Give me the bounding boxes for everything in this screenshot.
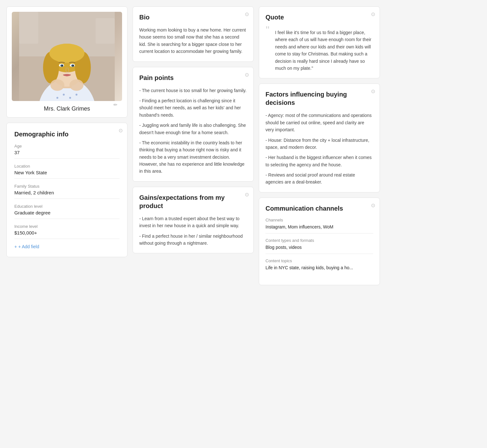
demo-label-education: Education level [14,204,120,209]
pin-icon-comm[interactable]: ⊙ [371,202,375,208]
pin-icon-bio[interactable]: ⊙ [245,11,249,17]
factors-item-1: - House: Distance from the city + local … [265,137,373,151]
add-field-button[interactable]: + + Add field [14,244,120,249]
bio-card: ⊙ Bio Working mom looking to buy a new h… [133,6,254,62]
channel-label-2: Content topics [265,258,373,263]
demo-value-income: $150,000+ [14,230,120,239]
demographics-card: ⊙ Demographic info Age 37 Location New Y… [6,123,127,257]
plus-icon: + [14,244,17,249]
quote-text: I feel like it's time for us to find a b… [275,26,373,72]
quote-mark-icon: " [265,25,270,35]
factors-item-0: - Agency: most of the communications and… [265,112,373,133]
pain-points-card: ⊙ Pain points - The current house is too… [133,67,254,182]
bio-title: Bio [139,13,247,21]
quote-card: ⊙ Quote " I feel like it's time for us t… [259,6,380,78]
svg-point-18 [63,94,65,96]
channel-value-2: Life in NYC state, raising kids, buying … [265,265,373,274]
demo-value-family: Married, 2 children [14,190,120,199]
demo-field-location: Location New York State [14,164,120,179]
gains-card: ⊙ Gains/expectations from my product - L… [133,187,254,254]
factors-card: ⊙ Factors influencing buying decisions -… [259,83,380,192]
pain-item-2: - Juggling work and family life is also … [139,122,247,136]
pin-icon-demo[interactable]: ⊙ [119,127,123,134]
svg-point-15 [50,79,64,91]
svg-point-19 [69,97,71,99]
svg-point-16 [69,79,84,91]
pin-icon-factors[interactable]: ⊙ [371,88,375,94]
svg-point-8 [49,44,84,63]
right-column: ⊙ Quote " I feel like it's time for us t… [259,6,380,285]
demo-label-location: Location [14,164,120,169]
demo-value-location: New York State [14,170,120,179]
channel-section-0: Channels Instagram, Mom influencers, WoM [265,218,373,234]
gains-item-0: - Learn from a trusted expert about the … [139,215,247,229]
profile-name: Mrs. Clark Grimes [12,105,122,112]
gains-body: - Learn from a trusted expert about the … [139,215,247,247]
demo-field-education: Education level Graduate degree [14,204,120,219]
pain-item-1: - Finding a perfect location is challeng… [139,97,247,119]
middle-column: ⊙ Bio Working mom looking to buy a new h… [133,6,254,285]
profile-card: Mrs. Clark Grimes ✏ [6,6,127,118]
pin-icon-pain[interactable]: ⊙ [245,72,249,78]
factors-title: Factors influencing buying decisions [265,90,373,107]
communication-card: ⊙ Communication channels Channels Instag… [259,198,380,285]
quote-title: Quote [265,13,373,21]
svg-rect-21 [19,12,38,44]
demo-field-family: Family Status Married, 2 children [14,184,120,199]
bio-text: Working mom looking to buy a new home. H… [139,26,247,55]
demo-field-income: Income level $150,000+ [14,224,120,239]
pain-item-3: - The economic instability in the countr… [139,139,247,175]
gains-item-1: - Find a perfect house in her / similar … [139,233,247,247]
demo-title: Demographic info [14,131,120,138]
demo-value-age: 37 [14,150,120,159]
demo-label-age: Age [14,144,120,148]
demo-field-age: Age 37 [14,144,120,159]
channel-label-0: Channels [265,218,373,222]
pain-points-title: Pain points [139,74,247,82]
profile-photo [12,12,122,101]
demo-label-family: Family Status [14,184,120,189]
factors-item-2: - Her husband is the biggest influencer … [265,154,373,168]
add-field-label: + Add field [18,244,39,249]
communication-title: Communication channels [265,204,373,213]
profile-image-svg [12,12,122,101]
channel-value-1: Blog posts, videos [265,245,373,254]
svg-rect-22 [96,18,115,44]
channel-section-2: Content topics Life in NYC state, raisin… [265,258,373,274]
svg-point-17 [56,97,58,99]
demo-label-income: Income level [14,224,120,229]
svg-point-14 [72,65,74,67]
channel-section-1: Content types and formats Blog posts, vi… [265,238,373,254]
edit-icon[interactable]: ✏ [113,102,118,108]
pin-icon-quote[interactable]: ⊙ [371,11,375,17]
pain-points-body: - The current house is too small for her… [139,87,247,175]
pain-item-0: - The current house is too small for her… [139,87,247,94]
pin-icon-gains[interactable]: ⊙ [245,191,249,198]
svg-point-20 [76,94,77,96]
channel-label-1: Content types and formats [265,238,373,243]
quote-container: " I feel like it's time for us to find a… [265,26,373,72]
channel-value-0: Instagram, Mom influencers, WoM [265,224,373,234]
demo-value-education: Graduate degree [14,210,120,219]
gains-title: Gains/expectations from my product [139,193,247,210]
left-column: Mrs. Clark Grimes ✏ ⊙ Demographic info A… [6,6,127,285]
factors-body: - Agency: most of the communications and… [265,112,373,186]
factors-item-3: - Reviews and social proof around real e… [265,171,373,186]
svg-point-13 [61,65,63,67]
